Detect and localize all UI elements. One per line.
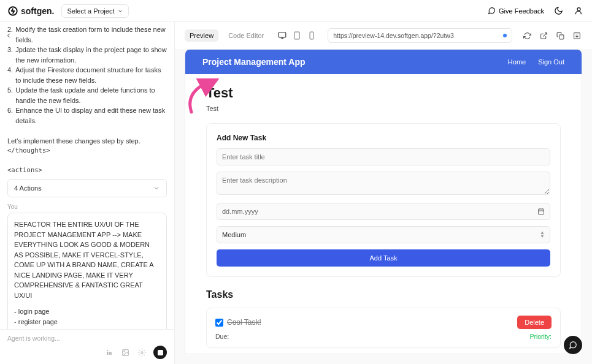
calendar-icon [537, 208, 545, 215]
add-task-button[interactable]: Add Task [217, 249, 550, 267]
task-item: Cool Task! Delete Due: Priority: [206, 308, 561, 348]
project-selector-label: Select a Project [67, 7, 114, 15]
user-icon [574, 6, 583, 15]
page-title: Test [206, 85, 561, 101]
user-text: REFACTOR THE ENTIRE UX/UI OF THE PROJECT… [14, 219, 160, 300]
tasks-heading: Tasks [206, 289, 561, 300]
refresh-icon [523, 32, 531, 40]
step-number: 4. [7, 65, 13, 85]
give-feedback-button[interactable]: Give Feedback [488, 7, 544, 15]
user-message: REFACTOR THE ENTIRE UX/UI OF THE PROJECT… [7, 213, 167, 329]
task-due-label: Due: [215, 333, 229, 340]
app-nav: Home Sign Out [508, 58, 564, 66]
theme-toggle[interactable] [553, 5, 564, 17]
step-number: 3. [7, 45, 13, 65]
agent-status: Agent is working... [7, 335, 167, 342]
date-placeholder: dd.mm.yyyy [222, 208, 258, 215]
svg-rect-11 [539, 209, 544, 214]
image-icon [121, 349, 129, 357]
tab-code-editor[interactable]: Code Editor [223, 29, 269, 42]
chat-icon [488, 7, 496, 15]
device-desktop[interactable] [276, 29, 288, 42]
app-title: Project Management App [202, 57, 306, 67]
nav-signout[interactable]: Sign Out [538, 58, 564, 66]
chevron-down-icon [117, 8, 123, 14]
settings-button[interactable] [137, 347, 147, 358]
task-checkbox[interactable] [215, 319, 223, 327]
chevron-left-icon [5, 32, 12, 39]
task-description-input[interactable] [217, 172, 550, 195]
chat-footer-icons [7, 346, 167, 359]
moon-icon [554, 6, 563, 15]
task-priority-label: Priority: [529, 333, 552, 340]
status-dot [503, 34, 507, 37]
svg-point-4 [141, 351, 143, 353]
task-title-input[interactable] [217, 148, 550, 165]
topbar: softgen. Select a Project Give Feedback [0, 0, 592, 22]
user-list-item: - register page [14, 318, 58, 325]
task-date-input[interactable]: dd.mm.yyyy [217, 203, 550, 220]
svg-point-3 [124, 351, 125, 352]
preview-toolbar: Preview Code Editor https://preview-14.d… [175, 22, 592, 49]
help-chat-button[interactable] [564, 336, 582, 354]
assistant-line: Let's implement these changes step by st… [7, 136, 167, 146]
download-button[interactable] [572, 31, 582, 41]
refresh-button[interactable] [522, 31, 532, 41]
image-button[interactable] [120, 347, 131, 358]
chat-scroll[interactable]: 2.Modify the task creation form to inclu… [0, 22, 174, 329]
app-body: Test Test Add New Task dd.mm.yyyy M [185, 74, 582, 354]
svg-rect-6 [279, 32, 286, 37]
user-menu[interactable] [573, 5, 585, 17]
url-bar[interactable]: https://preview-14.dev.softgen.app/?2utw… [328, 28, 512, 43]
page-subtitle: Test [206, 105, 561, 112]
svg-rect-7 [294, 32, 299, 39]
user-list: - login page - register page - "/" page … [14, 306, 160, 329]
author-label: You [7, 203, 167, 210]
feedback-label: Give Feedback [499, 7, 544, 15]
url-text: https://preview-14.dev.softgen.app/?2utw… [333, 32, 454, 39]
task-priority-select[interactable]: Medium ▲▼ [217, 226, 550, 243]
project-selector[interactable]: Select a Project [61, 4, 128, 18]
chat-panel: 2.Modify the task creation form to inclu… [0, 22, 175, 364]
select-stepper-icon: ▲▼ [540, 231, 545, 238]
brand-logo[interactable]: softgen. [7, 6, 54, 17]
device-switcher [276, 29, 318, 42]
stop-icon [158, 350, 163, 355]
nav-home[interactable]: Home [508, 58, 526, 66]
xml-tag: </thoughts> [7, 146, 167, 156]
delete-task-button[interactable]: Delete [517, 316, 552, 329]
tab-preview[interactable]: Preview [185, 29, 218, 42]
step-number: 6. [7, 105, 13, 126]
copy-button[interactable] [555, 31, 566, 41]
step-text: Update the task update and delete functi… [15, 85, 167, 105]
stop-button[interactable] [153, 346, 167, 359]
app-header: Project Management App Home Sign Out [185, 50, 582, 74]
step-number: 5. [7, 85, 13, 105]
linkedin-button[interactable] [104, 347, 114, 357]
device-mobile[interactable] [306, 29, 318, 42]
device-tablet[interactable] [291, 29, 303, 42]
xml-tag: <actions> [7, 165, 167, 175]
user-list-item: - login page [14, 308, 50, 315]
step-text: Adjust the Firestore document structure … [15, 65, 167, 85]
open-external-button[interactable] [539, 31, 549, 41]
priority-value: Medium [222, 231, 246, 238]
logo-icon [7, 6, 18, 17]
preview-actions [522, 31, 582, 41]
step-text: Enhance the UI to display and edit these… [15, 105, 167, 126]
step-text: Jpdate the task display in the project p… [15, 45, 167, 65]
card-heading: Add New Task [217, 134, 550, 142]
preview-frame: Project Management App Home Sign Out Tes… [185, 49, 582, 354]
external-link-icon [540, 32, 548, 40]
actions-count-label: 4 Actions [14, 184, 42, 192]
step-text: Modify the task creation form to include… [15, 25, 167, 45]
topbar-actions: Give Feedback [488, 5, 585, 17]
mobile-icon [307, 31, 316, 40]
svg-rect-5 [158, 350, 163, 355]
actions-dropdown[interactable]: 4 Actions [7, 179, 167, 197]
assistant-message: 2.Modify the task creation form to inclu… [7, 25, 167, 175]
chat-footer: Agent is working... [0, 329, 174, 364]
copy-icon [556, 32, 564, 40]
download-icon [573, 32, 581, 40]
collapse-sidebar-button[interactable] [5, 32, 12, 41]
